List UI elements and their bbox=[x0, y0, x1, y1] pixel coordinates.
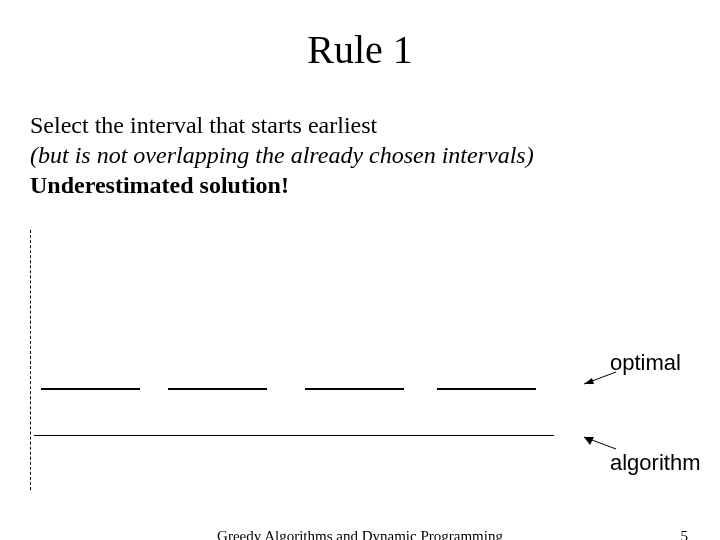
slide-title: Rule 1 bbox=[0, 26, 720, 73]
timeline-start-marker bbox=[30, 230, 31, 490]
body-line-1: Select the interval that starts earliest bbox=[30, 110, 690, 140]
algorithm-interval-1 bbox=[34, 435, 554, 436]
svg-marker-1 bbox=[584, 378, 594, 384]
page-number: 5 bbox=[681, 528, 689, 540]
optimal-interval-3 bbox=[305, 388, 404, 390]
optimal-interval-4 bbox=[437, 388, 536, 390]
slide: Rule 1 Select the interval that starts e… bbox=[0, 0, 720, 540]
optimal-interval-2 bbox=[168, 388, 267, 390]
body-line-2: (but is not overlapping the already chos… bbox=[30, 140, 690, 170]
svg-marker-3 bbox=[584, 437, 594, 445]
arrow-to-optimal-icon bbox=[580, 370, 618, 388]
algorithm-label: algorithm bbox=[610, 450, 700, 476]
footer-title: Greedy Algorithms and Dynamic Programmin… bbox=[0, 528, 720, 540]
optimal-interval-1 bbox=[41, 388, 140, 390]
optimal-label: optimal bbox=[610, 350, 681, 376]
body-line-3: Underestimated solution! bbox=[30, 170, 690, 200]
body-text: Select the interval that starts earliest… bbox=[30, 110, 690, 200]
interval-diagram: optimal algorithm bbox=[30, 225, 690, 505]
